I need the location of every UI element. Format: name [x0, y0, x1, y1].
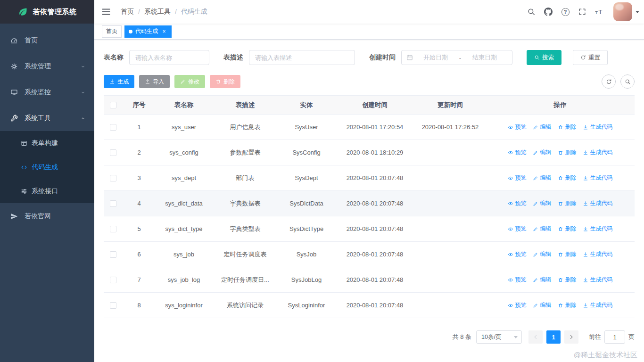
delete-link[interactable]: 删除: [558, 199, 577, 207]
preview-link[interactable]: 预览: [508, 174, 527, 182]
row-checkbox[interactable]: [110, 124, 116, 131]
table-name-input[interactable]: [129, 50, 209, 65]
search-button[interactable]: 搜索: [527, 50, 561, 65]
table-row[interactable]: 5 sys_dict_type 字典类型表 SysDictType 2020-0…: [104, 216, 635, 242]
date-range-picker[interactable]: 开始日期 - 结束日期: [401, 50, 512, 65]
edit-link[interactable]: 编辑: [533, 123, 552, 131]
previous-page-button[interactable]: [528, 330, 543, 344]
preview-link[interactable]: 预览: [508, 148, 527, 156]
start-date-placeholder[interactable]: 开始日期: [413, 53, 458, 62]
preview-link[interactable]: 预览: [508, 301, 527, 309]
tab-code-generation[interactable]: 代码生成 ×: [124, 25, 172, 38]
user-menu[interactable]: [613, 2, 639, 21]
table-desc-input[interactable]: [249, 50, 355, 65]
user-avatar[interactable]: [613, 2, 632, 21]
next-page-button[interactable]: [564, 330, 578, 344]
toggle-search-button[interactable]: [620, 74, 635, 89]
preview-link[interactable]: 预览: [508, 225, 527, 233]
generate-code-link[interactable]: 生成代码: [583, 301, 613, 309]
generate-code-link[interactable]: 生成代码: [583, 225, 613, 233]
preview-link[interactable]: 预览: [508, 123, 527, 131]
eye-icon: [508, 226, 513, 232]
sidebar-item-form-builder[interactable]: 表单构建: [0, 131, 94, 155]
sidebar-item-code-generation[interactable]: 代码生成: [0, 155, 94, 179]
edit-link[interactable]: 编辑: [533, 225, 552, 233]
close-icon[interactable]: ×: [161, 28, 167, 35]
generate-code-link[interactable]: 生成代码: [583, 276, 613, 284]
edit-link[interactable]: 编辑: [533, 250, 552, 258]
generate-button[interactable]: 生成: [104, 75, 134, 88]
preview-link[interactable]: 预览: [508, 276, 527, 284]
preview-link[interactable]: 预览: [508, 199, 527, 207]
delete-link[interactable]: 删除: [558, 148, 577, 156]
delete-link[interactable]: 删除: [558, 174, 577, 182]
sidebar-item-system-api[interactable]: 系统接口: [0, 179, 94, 203]
sidebar-item-system-tools[interactable]: 系统工具: [0, 105, 94, 131]
generate-code-link[interactable]: 生成代码: [583, 148, 613, 156]
delete-link[interactable]: 删除: [558, 250, 577, 258]
goto-page-input[interactable]: [604, 330, 625, 344]
import-button[interactable]: 导入: [139, 75, 170, 88]
row-checkbox[interactable]: [110, 226, 116, 232]
download-icon: [583, 226, 588, 232]
delete-link[interactable]: 删除: [558, 276, 577, 284]
cell-index: 6: [123, 251, 156, 258]
app-title: 若依管理系统: [33, 8, 77, 16]
breadcrumb-item[interactable]: 系统工具: [144, 8, 171, 16]
sidebar-item-system-management[interactable]: 系统管理: [0, 53, 94, 79]
row-checkbox[interactable]: [110, 277, 116, 283]
header-search-button[interactable]: [523, 0, 540, 24]
cell-created: 2020-08-01 20:07:48: [335, 200, 415, 207]
row-checkbox[interactable]: [110, 175, 116, 181]
edit-link[interactable]: 编辑: [533, 148, 552, 156]
trash-icon: [215, 79, 221, 84]
reset-button[interactable]: 重置: [573, 50, 608, 65]
table-row[interactable]: 3 sys_dept 部门表 SysDept 2020-08-01 20:07:…: [104, 165, 635, 191]
table-row[interactable]: 1 sys_user 用户信息表 SysUser 2020-08-01 17:2…: [104, 115, 635, 140]
page-number-button[interactable]: 1: [546, 330, 561, 344]
table-row[interactable]: 8 sys_logininfor 系统访问记录 SysLogininfor 20…: [104, 293, 635, 318]
tab-home[interactable]: 首页: [102, 25, 122, 38]
edit-link[interactable]: 编辑: [533, 199, 552, 207]
end-date-placeholder[interactable]: 结束日期: [462, 53, 507, 62]
table-row[interactable]: 2 sys_config 参数配置表 SysConfig 2020-08-01 …: [104, 140, 635, 165]
font-size-button[interactable]: [591, 0, 608, 24]
column-header-updated: 更新时间: [415, 101, 486, 109]
trash-icon: [558, 175, 563, 181]
app-logo[interactable]: 若依管理系统: [0, 0, 94, 24]
row-checkbox[interactable]: [110, 251, 116, 258]
docs-help-button[interactable]: ?: [557, 0, 574, 24]
generate-code-link[interactable]: 生成代码: [583, 174, 613, 182]
select-all-checkbox[interactable]: [110, 102, 116, 108]
sidebar-item-system-monitor[interactable]: 系统监控: [0, 79, 94, 105]
sidebar-item-label: 系统管理: [25, 62, 51, 71]
generate-code-link[interactable]: 生成代码: [583, 250, 613, 258]
cell-created: 2020-08-01 20:07:48: [335, 225, 415, 232]
table-row[interactable]: 4 sys_dict_data 字典数据表 SysDictData 2020-0…: [104, 191, 635, 216]
trash-icon: [558, 201, 563, 206]
breadcrumb-item[interactable]: 首页: [121, 8, 134, 16]
edit-link[interactable]: 编辑: [533, 276, 552, 284]
page-size-select[interactable]: 10条/页: [476, 330, 522, 344]
edit-link[interactable]: 编辑: [533, 301, 552, 309]
github-button[interactable]: [540, 0, 557, 24]
fullscreen-button[interactable]: [574, 0, 591, 24]
row-checkbox[interactable]: [110, 302, 116, 309]
delete-link[interactable]: 删除: [558, 225, 577, 233]
edit-link[interactable]: 编辑: [533, 174, 552, 182]
generate-code-link[interactable]: 生成代码: [583, 123, 613, 131]
row-checkbox[interactable]: [110, 149, 116, 156]
row-checkbox[interactable]: [110, 200, 116, 207]
preview-link[interactable]: 预览: [508, 250, 527, 258]
refresh-table-button[interactable]: [602, 74, 616, 89]
table-row[interactable]: 6 sys_job 定时任务调度表 SysJob 2020-08-01 20:0…: [104, 242, 635, 267]
sidebar-item-official-site[interactable]: 若依官网: [0, 203, 94, 229]
delete-link[interactable]: 删除: [558, 301, 577, 309]
pagination: 共 8 条 10条/页 1 前往 页: [104, 330, 635, 344]
generate-code-link[interactable]: 生成代码: [583, 199, 613, 207]
sidebar-toggle-button[interactable]: [94, 0, 118, 24]
pagination-total: 共 8 条: [453, 333, 471, 341]
sidebar-item-home[interactable]: 首页: [0, 27, 94, 53]
table-row[interactable]: 7 sys_job_log 定时任务调度日... SysJobLog 2020-…: [104, 267, 635, 293]
delete-link[interactable]: 删除: [558, 123, 577, 131]
